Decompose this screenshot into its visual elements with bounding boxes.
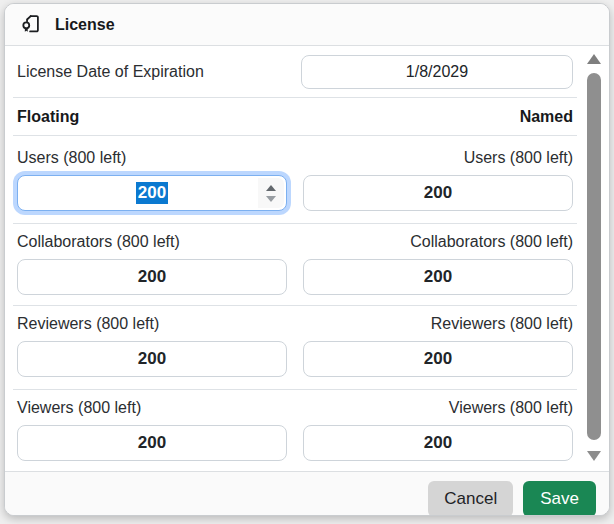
scroll-up-icon <box>587 54 601 64</box>
page-background: License License Date of Expiration Float… <box>0 0 614 524</box>
named-users-input[interactable] <box>303 175 573 211</box>
floating-section-header: Floating <box>17 108 79 126</box>
floating-reviewers-label: Reviewers (800 left) <box>17 315 159 333</box>
resource-row-reviewers: Reviewers (800 left) Reviewers (800 left… <box>13 306 577 389</box>
named-section-header: Named <box>520 108 573 126</box>
license-dialog: License License Date of Expiration Float… <box>4 3 610 516</box>
named-collaborators-input[interactable] <box>303 259 573 295</box>
floating-viewers-input[interactable] <box>17 425 287 461</box>
floating-viewers-label: Viewers (800 left) <box>17 399 141 417</box>
save-button[interactable]: Save <box>523 481 596 517</box>
dialog-content: License Date of Expiration Floating Name… <box>13 46 577 471</box>
scrollbar-up-button[interactable] <box>585 50 603 68</box>
scroll-down-icon <box>587 451 601 461</box>
spin-down-icon[interactable] <box>266 196 276 202</box>
dialog-title: License <box>55 16 115 34</box>
floating-reviewers-input[interactable] <box>17 341 287 377</box>
named-reviewers-input[interactable] <box>303 341 573 377</box>
dialog-header: License <box>5 4 609 46</box>
expiration-label: License Date of Expiration <box>17 63 204 81</box>
resource-row-viewers: Viewers (800 left) Viewers (800 left) <box>13 390 577 471</box>
floating-users-label: Users (800 left) <box>17 149 126 167</box>
named-reviewers-label: Reviewers (800 left) <box>431 315 573 333</box>
floating-collaborators-input[interactable] <box>17 259 287 295</box>
certificate-icon <box>19 13 42 36</box>
vertical-scrollbar[interactable] <box>585 49 603 468</box>
named-viewers-input[interactable] <box>303 425 573 461</box>
section-header-row: Floating Named <box>13 98 577 135</box>
floating-collaborators-label: Collaborators (800 left) <box>17 233 180 251</box>
dialog-footer: Cancel Save <box>5 471 609 516</box>
named-collaborators-label: Collaborators (800 left) <box>410 233 573 251</box>
selected-input-text: 200 <box>136 182 168 204</box>
expiration-date-input[interactable] <box>301 55 573 89</box>
expiration-row: License Date of Expiration <box>13 46 577 97</box>
dialog-body: License Date of Expiration Floating Name… <box>5 46 609 471</box>
scrollbar-thumb[interactable] <box>587 73 601 440</box>
scrollbar-down-button[interactable] <box>585 447 603 465</box>
spin-up-icon[interactable] <box>266 185 276 191</box>
named-viewers-label: Viewers (800 left) <box>449 399 573 417</box>
cancel-button[interactable]: Cancel <box>428 481 513 517</box>
number-spinner[interactable] <box>258 178 284 208</box>
floating-users-input[interactable]: 200 <box>17 175 287 211</box>
named-users-label: Users (800 left) <box>464 149 573 167</box>
resource-row-collaborators: Collaborators (800 left) Collaborators (… <box>13 224 577 305</box>
resource-row-users: Users (800 left) Users (800 left) 200 <box>13 136 577 223</box>
